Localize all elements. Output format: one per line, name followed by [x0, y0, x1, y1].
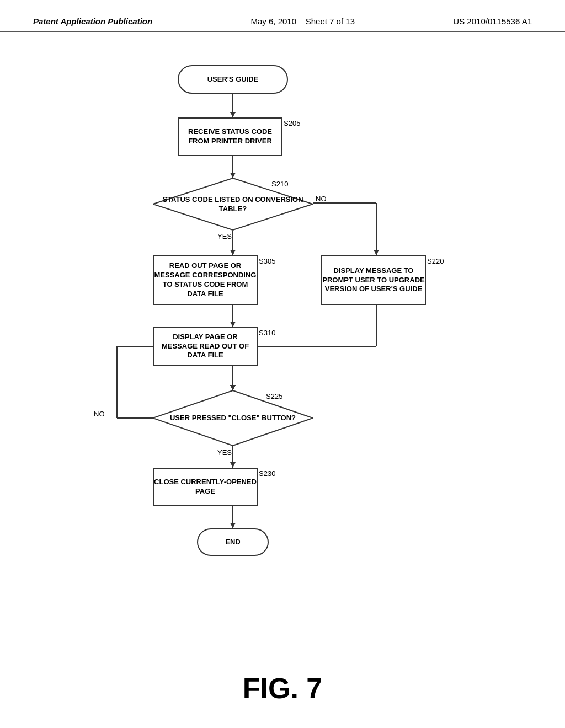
s205-label: S205 [284, 119, 300, 127]
s210-diamond-wrapper: STATUS CODE LISTED ON CONVERSION TABLE? [153, 178, 313, 231]
date: May 6, 2010 [251, 17, 297, 26]
s305-box: READ OUT PAGE OR MESSAGE CORRESPONDING T… [153, 255, 258, 305]
s225-label: S225 [266, 392, 282, 400]
page: Patent Application Publication May 6, 20… [0, 0, 565, 728]
svg-marker-7 [230, 322, 236, 327]
svg-marker-23 [230, 523, 236, 528]
svg-marker-12 [374, 250, 379, 255]
patent-number: US 2010/0115536 A1 [453, 17, 532, 26]
s310-label: S310 [259, 329, 275, 337]
s310-text: DISPLAY PAGE OR MESSAGE READ OUT OF DATA… [154, 333, 257, 361]
s220-box: DISPLAY MESSAGE TO PROMPT USER TO UPGRAD… [321, 255, 426, 305]
users-guide-label: USER'S GUIDE [207, 75, 259, 84]
s210-text: STATUS CODE LISTED ON CONVERSION TABLE? [153, 195, 313, 214]
s220-text: DISPLAY MESSAGE TO PROMPT USER TO UPGRAD… [322, 266, 425, 295]
s230-label: S230 [259, 469, 275, 478]
publication-label: Patent Application Publication [33, 17, 152, 26]
svg-marker-18 [230, 462, 236, 468]
s205-text: RECEIVE STATUS CODE FROM PRINTER DRIVER [179, 127, 281, 146]
s220-label: S220 [427, 257, 444, 265]
s230-box: CLOSE CURRENTLY-OPENED PAGE [153, 468, 258, 506]
s305-label: S305 [259, 257, 275, 265]
svg-marker-1 [230, 112, 236, 117]
s305-text: READ OUT PAGE OR MESSAGE CORRESPONDING T… [154, 261, 257, 299]
yes1-label: YES [217, 232, 232, 240]
no2-label: NO [94, 410, 105, 418]
header: Patent Application Publication May 6, 20… [0, 0, 565, 32]
yes2-label: YES [217, 448, 232, 457]
flowchart-svg [62, 54, 503, 661]
svg-marker-16 [230, 385, 236, 390]
end-label: END [225, 538, 240, 547]
svg-marker-3 [230, 173, 236, 178]
svg-marker-9 [230, 385, 236, 390]
figure-caption: FIG. 7 [0, 672, 565, 716]
svg-marker-5 [230, 250, 236, 255]
s210-label: S210 [271, 180, 288, 188]
s205-box: RECEIVE STATUS CODE FROM PRINTER DRIVER [178, 117, 282, 156]
date-sheet: May 6, 2010 Sheet 7 of 13 [251, 17, 355, 26]
s225-text: USER PRESSED "CLOSE" BUTTON? [170, 414, 296, 423]
sheet: Sheet 7 of 13 [306, 17, 355, 26]
s225-diamond-wrapper: USER PRESSED "CLOSE" BUTTON? [153, 390, 313, 446]
s230-text: CLOSE CURRENTLY-OPENED PAGE [154, 478, 257, 496]
flowchart: USER'S GUIDE RECEIVE STATUS CODE FROM PR… [62, 54, 503, 661]
end-box: END [197, 528, 269, 556]
users-guide-box: USER'S GUIDE [178, 65, 288, 94]
s310-box: DISPLAY PAGE OR MESSAGE READ OUT OF DATA… [153, 327, 258, 366]
no1-label: NO [316, 195, 327, 203]
